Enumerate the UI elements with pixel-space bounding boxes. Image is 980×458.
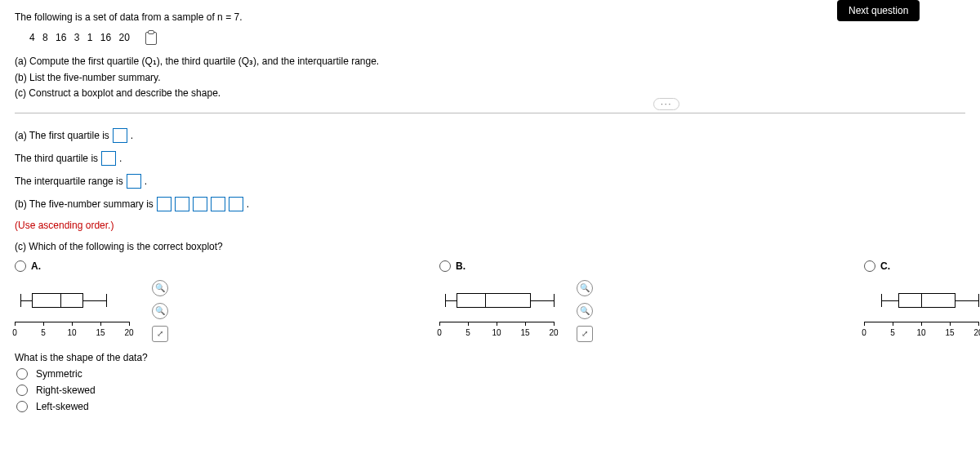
divider: [15, 113, 965, 113]
tick-label: 15: [96, 328, 105, 337]
tick-label: 5: [890, 328, 895, 337]
tick-label: 10: [492, 328, 501, 337]
shape-option-right-skewed: Right-skewed: [36, 385, 96, 396]
zoom-out-icon[interactable]: 🔍: [577, 303, 593, 319]
tick-label: 5: [41, 328, 46, 337]
next-question-label: Next question: [849, 5, 908, 16]
five-num-input-2[interactable]: [175, 197, 189, 211]
q1-input[interactable]: [113, 128, 127, 143]
iqr-label: The interquartile range is: [15, 176, 123, 187]
problem-intro: The following is a set of data from a sa…: [15, 10, 965, 25]
q3-label: The third quartile is: [15, 153, 98, 164]
period: .: [247, 198, 249, 210]
q3-input[interactable]: [101, 151, 116, 166]
zoom-in-icon[interactable]: 🔍: [152, 280, 168, 296]
shape-option-symmetric: Symmetric: [36, 368, 82, 380]
shape-option-left-skewed: Left-skewed: [36, 401, 89, 412]
tick-label: 5: [466, 328, 470, 337]
part-b-text: (b) List the five-number summary.: [15, 70, 965, 86]
boxplot-option-b: B. 0 5 10 15 20 🔍 🔍 ⤢: [439, 260, 570, 337]
next-question-button[interactable]: Next question: [837, 0, 920, 21]
five-num-input-1[interactable]: [157, 197, 172, 211]
five-num-hint: (Use ascending order.): [15, 220, 965, 231]
period: .: [145, 176, 147, 187]
copy-data-icon[interactable]: [145, 32, 157, 45]
part-a-text: (a) Compute the first quartile (Q₁), the…: [15, 54, 965, 69]
boxplot-option-a: A. 0 5 10 15 20 🔍 🔍 ⤢: [15, 260, 145, 337]
zoom-in-icon[interactable]: 🔍: [577, 280, 593, 296]
tick-label: 15: [520, 328, 529, 337]
boxplot-a: 0 5 10 15 20 🔍 🔍 ⤢: [15, 280, 145, 337]
tick-label: 0: [12, 328, 17, 337]
five-num-label: (b) The five-number summary is: [15, 198, 154, 210]
radio-left-skewed[interactable]: [16, 401, 28, 412]
five-num-input-3[interactable]: [193, 197, 207, 211]
q1-label: (a) The first quartile is: [15, 130, 109, 141]
part-c-text: (c) Construct a boxplot and describe the…: [15, 86, 965, 101]
radio-option-a[interactable]: [15, 260, 26, 272]
zoom-out-icon[interactable]: 🔍: [152, 303, 168, 319]
shape-question: What is the shape of the data?: [15, 352, 965, 363]
radio-option-b[interactable]: [439, 260, 451, 272]
tick-label: 10: [67, 328, 76, 337]
tick-label: 15: [945, 328, 954, 337]
tick-label: 0: [437, 328, 442, 337]
expand-icon[interactable]: ⤢: [577, 326, 593, 342]
data-values-row: 4 8 16 3 1 16 20: [29, 30, 965, 46]
boxplot-c: 0 5 10 15 20 🔍 🔍 ⤢: [864, 280, 980, 337]
boxplot-option-c: C. 0 5 10 15 20 🔍 🔍 ⤢: [864, 260, 980, 337]
boxplot-b: 0 5 10 15 20 🔍 🔍 ⤢: [439, 280, 570, 337]
data-value: 3: [74, 30, 80, 46]
part-c-question: (c) Which of the following is the correc…: [15, 241, 965, 252]
tick-label: 20: [549, 328, 558, 337]
option-a-label: A.: [31, 260, 41, 272]
radio-right-skewed[interactable]: [16, 385, 28, 396]
tick-label: 20: [973, 328, 980, 337]
more-options-button[interactable]: ···: [653, 98, 679, 110]
data-value: 4: [29, 30, 35, 46]
data-value: 1: [87, 30, 93, 46]
tick-label: 10: [916, 328, 925, 337]
five-num-input-4[interactable]: [211, 197, 225, 211]
period: .: [131, 130, 133, 141]
tick-label: 0: [862, 328, 866, 337]
data-value: 8: [42, 30, 48, 46]
expand-icon[interactable]: ⤢: [152, 326, 168, 342]
iqr-input[interactable]: [127, 174, 141, 189]
five-num-input-5[interactable]: [229, 197, 243, 211]
radio-option-c[interactable]: [864, 260, 875, 272]
data-value: 16: [100, 30, 111, 46]
tick-label: 20: [124, 328, 133, 337]
radio-symmetric[interactable]: [16, 368, 28, 380]
period: .: [119, 153, 122, 164]
option-b-label: B.: [456, 260, 466, 272]
problem-statement: The following is a set of data from a sa…: [15, 10, 965, 101]
data-value: 16: [56, 30, 66, 46]
data-value: 20: [119, 30, 130, 46]
option-c-label: C.: [880, 260, 890, 272]
